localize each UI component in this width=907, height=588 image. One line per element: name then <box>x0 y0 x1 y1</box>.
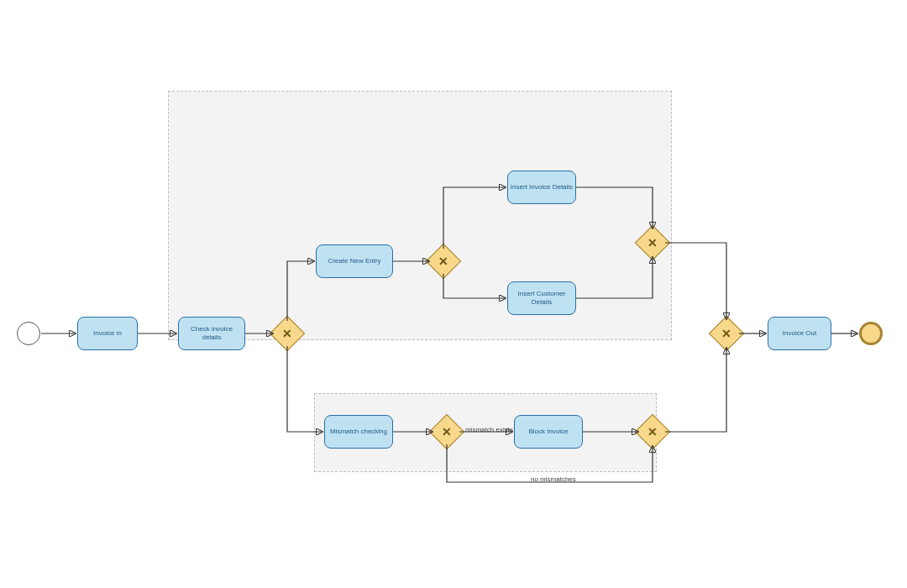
task-insert-invoice-details[interactable]: Insert Invoice Details <box>507 171 576 204</box>
edge-label-mismatch-exists: mismatch exists <box>465 426 513 433</box>
gateway-split-main[interactable] <box>275 321 300 346</box>
gateway-parallel-split[interactable] <box>431 249 456 274</box>
task-label: Insert Invoice Details <box>511 183 573 192</box>
end-event[interactable] <box>859 322 883 345</box>
gateway-parallel-join[interactable] <box>640 230 665 255</box>
task-label: Insert Customer Details <box>510 290 574 307</box>
gateway-mismatch-join[interactable] <box>640 419 665 444</box>
task-invoice-out[interactable]: Invoice Out <box>768 317 831 350</box>
task-create-new-entry[interactable]: Create New Entry <box>316 244 393 278</box>
bpmn-canvas: Invoice in Check invoice details Create … <box>0 0 907 588</box>
group-upper <box>168 91 672 340</box>
task-label: Mismatch checking <box>330 428 387 436</box>
task-label: Block Invoice <box>528 428 568 436</box>
task-mismatch-checking[interactable]: Mismatch checking <box>324 415 393 449</box>
gateway-mismatch[interactable] <box>434 419 459 444</box>
start-event[interactable] <box>17 322 40 345</box>
task-label: Invoice Out <box>783 329 816 338</box>
task-label: Invoice in <box>93 329 122 338</box>
task-label: Check invoice details <box>181 325 243 342</box>
task-check-invoice-details[interactable]: Check invoice details <box>178 317 245 350</box>
edge-label-no-mismatches: no mismatches <box>531 475 576 483</box>
gateway-final-join[interactable] <box>714 321 739 346</box>
task-invoice-in[interactable]: Invoice in <box>77 317 138 350</box>
task-insert-customer-details[interactable]: Insert Customer Details <box>507 281 576 315</box>
task-label: Create New Entry <box>328 257 380 265</box>
task-block-invoice[interactable]: Block Invoice <box>514 415 583 449</box>
